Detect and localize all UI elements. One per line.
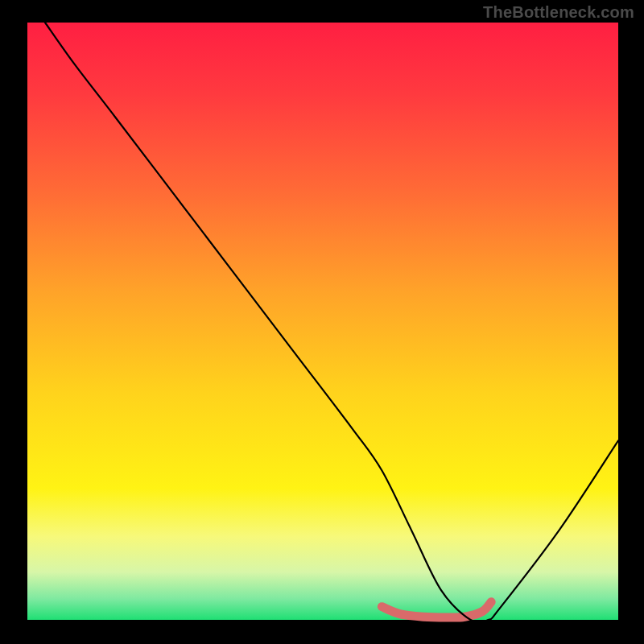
chart-container: TheBottleneck.com [0,0,644,644]
bottleneck-curve-chart [0,0,644,644]
watermark-text: TheBottleneck.com [483,3,634,22]
gradient-plot-area [27,23,618,620]
